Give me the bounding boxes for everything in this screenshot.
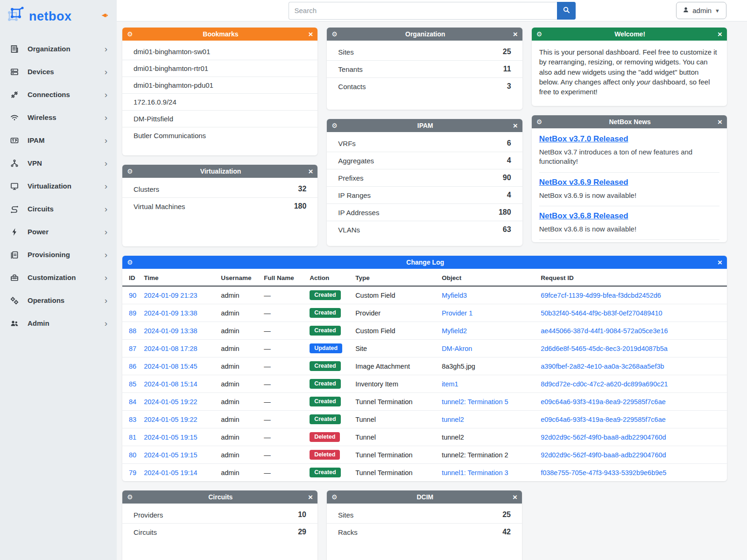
bookmark-item[interactable]: dmi01-binghamton-rtr01 [122,60,317,77]
change-time-link[interactable]: 2024-01-08 17:28 [144,345,197,352]
gear-icon[interactable]: ⚙ [536,119,543,125]
close-icon[interactable]: × [718,30,722,38]
change-object[interactable]: item1 [442,380,458,388]
gear-icon[interactable]: ⚙ [331,494,338,500]
request-id-link[interactable]: f038e755-705e-47f3-9433-5392b9e6b9e5 [541,469,666,476]
sidebar-item-devices[interactable]: Devices › [0,60,117,83]
stat-row[interactable]: Sites25 [327,506,522,523]
close-icon[interactable]: × [513,30,518,38]
request-id-link[interactable]: 2d6d6e8f-5465-45dc-8ec3-2019d4087b5a [541,345,668,352]
stat-row[interactable]: IP Ranges4 [327,186,522,203]
gear-icon[interactable]: ⚙ [127,494,133,500]
change-id-link[interactable]: 86 [129,363,136,370]
stat-row[interactable]: Sites25 [327,43,522,60]
sidebar-item-wireless[interactable]: Wireless › [0,106,117,129]
sidebar-item-operations[interactable]: Operations › [0,289,117,312]
change-id-link[interactable]: 90 [129,292,136,299]
change-time-link[interactable]: 2024-01-09 13:38 [144,309,197,317]
bookmark-item[interactable]: dmi01-binghamton-sw01 [122,43,317,60]
close-icon[interactable]: × [718,118,722,126]
request-id-link[interactable]: 92d02d9c-562f-49f0-baa8-adb22904760d [541,434,666,441]
search-input[interactable] [289,2,557,20]
sidebar-item-circuits[interactable]: Circuits › [0,197,117,220]
brand[interactable]: netbox [0,0,117,31]
user-menu-button[interactable]: admin ▼ [676,2,726,19]
stat-row[interactable]: Tenants11 [327,60,522,77]
change-object[interactable]: tunnel2 [442,416,464,423]
gear-icon[interactable]: ⚙ [331,31,338,37]
request-id-link[interactable]: a390fbef-2a82-4e10-aa0a-3c268aa5ef3b [541,363,664,370]
sidebar-item-ipam[interactable]: IPAM › [0,129,117,152]
change-object[interactable]: DM-Akron [442,345,472,352]
change-id-link[interactable]: 84 [129,398,136,406]
close-icon[interactable]: × [308,30,313,38]
change-id-link[interactable]: 87 [129,345,136,352]
change-time-link[interactable]: 2024-01-09 13:38 [144,327,197,335]
gear-icon[interactable]: ⚙ [127,168,133,175]
bookmark-item[interactable]: DM-Pittsfield [122,110,317,127]
change-id-link[interactable]: 79 [129,469,136,476]
change-id-link[interactable]: 83 [129,416,136,423]
close-icon[interactable]: × [513,122,518,130]
sidebar-item-connections[interactable]: Connections › [0,83,117,106]
gear-icon[interactable]: ⚙ [536,31,543,37]
news-link[interactable]: NetBox v3.6.9 Released [539,178,628,187]
news-link[interactable]: NetBox v3.7.0 Released [539,134,628,143]
change-object[interactable]: tunnel2: Termination 5 [442,398,508,406]
change-time-link[interactable]: 2024-01-05 19:14 [144,469,197,476]
stat-row[interactable]: VLANs63 [327,221,522,238]
stat-row[interactable]: Racks42 [327,523,522,540]
sidebar-item-organization[interactable]: Organization › [0,37,117,60]
bookmark-item[interactable]: Butler Communications [122,127,317,144]
stat-row[interactable]: VRFs6 [327,135,522,152]
change-id-link[interactable]: 80 [129,451,136,459]
change-time-link[interactable]: 2024-01-05 19:22 [144,398,197,406]
change-time-link[interactable]: 2024-01-05 19:22 [144,416,197,423]
gear-icon[interactable]: ⚙ [127,31,133,37]
change-time-link[interactable]: 2024-01-05 19:15 [144,451,197,459]
close-icon[interactable]: × [513,493,517,501]
sidebar-item-power[interactable]: Power › [0,220,117,243]
change-time-link[interactable]: 2024-01-05 19:15 [144,434,197,441]
request-id-link[interactable]: e09c64a6-93f3-419a-8ea9-229585f7c6ae [541,416,666,423]
pin-icon[interactable] [101,12,108,21]
close-icon[interactable]: × [308,493,313,501]
stat-row[interactable]: Providers10 [122,506,317,523]
change-object[interactable]: Myfield2 [442,327,467,335]
stat-row[interactable]: Circuits29 [122,523,317,540]
request-id-link[interactable]: 92d02d9c-562f-49f0-baa8-adb22904760d [541,451,666,459]
change-object[interactable]: Provider 1 [442,309,472,317]
gear-icon[interactable]: ⚙ [127,259,133,266]
change-object[interactable]: tunnel1: Termination 3 [442,469,508,476]
change-id-link[interactable]: 81 [129,434,136,441]
request-id-link[interactable]: e09c64a6-93f3-419a-8ea9-229585f7c6ae [541,398,666,406]
stat-row[interactable]: Prefixes90 [327,169,522,186]
close-icon[interactable]: × [308,168,313,175]
change-id-link[interactable]: 85 [129,380,136,388]
stat-row[interactable]: Aggregates4 [327,152,522,169]
change-time-link[interactable]: 2024-01-09 21:23 [144,292,197,299]
bookmark-item[interactable]: dmi01-binghamton-pdu01 [122,77,317,93]
request-id-link[interactable]: 8d9cd72e-cd0c-47c2-a620-dc899a690c21 [541,380,668,388]
change-time-link[interactable]: 2024-01-08 15:45 [144,363,197,370]
close-icon[interactable]: × [718,259,722,266]
sidebar-item-admin[interactable]: Admin › [0,312,117,335]
request-id-link[interactable]: ae445066-387d-44f1-9084-572a05ce3e16 [541,327,668,335]
request-id-link[interactable]: 50b32f40-5464-4f9c-b83f-0ef270489410 [541,309,662,317]
gear-icon[interactable]: ⚙ [331,122,338,129]
news-link[interactable]: NetBox v3.6.8 Released [539,211,628,220]
sidebar-item-virtualization[interactable]: Virtualization › [0,175,117,197]
stat-row[interactable]: Virtual Machines180 [122,197,317,215]
change-object[interactable]: Myfield3 [442,292,467,299]
stat-row[interactable]: Contacts3 [327,77,522,95]
sidebar-item-vpn[interactable]: VPN › [0,152,117,175]
change-id-link[interactable]: 88 [129,327,136,335]
change-id-link[interactable]: 89 [129,309,136,317]
change-time-link[interactable]: 2024-01-08 15:14 [144,380,197,388]
bookmark-item[interactable]: 172.16.0.9/24 [122,93,317,110]
stat-row[interactable]: Clusters32 [122,181,317,197]
sidebar-item-customization[interactable]: Customization › [0,266,117,289]
search-button[interactable] [557,2,576,20]
request-id-link[interactable]: 69fce7cf-1139-4d99-bfea-f3dcbd2452d6 [541,292,661,299]
stat-row[interactable]: IP Addresses180 [327,203,522,221]
